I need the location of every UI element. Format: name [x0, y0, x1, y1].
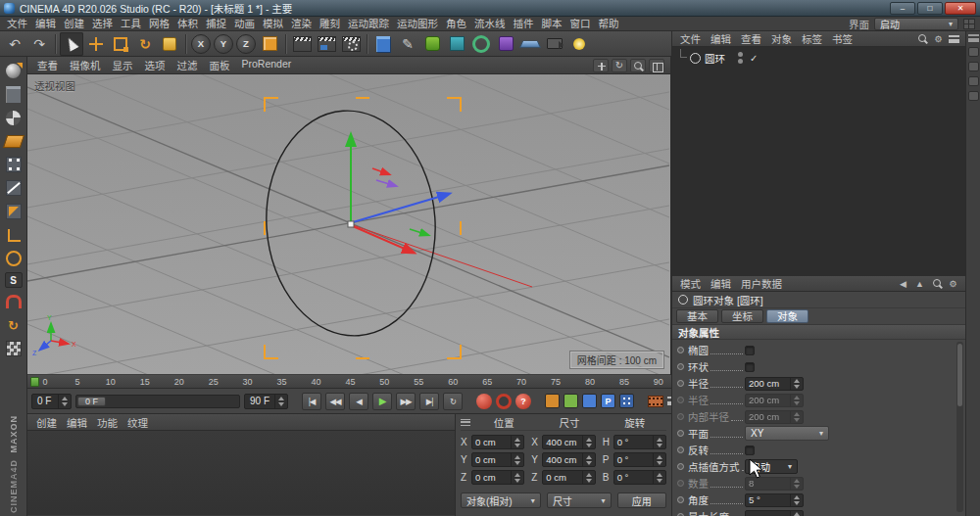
material-list-area[interactable]	[27, 431, 455, 515]
position-y-field[interactable]: 0 cm	[471, 452, 524, 467]
tab-coordinates[interactable]: 坐标	[721, 309, 763, 323]
material-menu-item[interactable]: 纹理	[122, 415, 153, 430]
render-view-icon[interactable]	[290, 32, 314, 56]
spinner-arrows-icon[interactable]	[511, 453, 523, 466]
object-row[interactable]: 圆环 ✓	[672, 50, 965, 66]
spinner-arrows-icon[interactable]	[274, 395, 287, 408]
history-back-icon[interactable]: ◀	[897, 277, 909, 290]
previous-key-button[interactable]: ◀◀	[325, 393, 345, 410]
plane-dropdown[interactable]: XY▾	[745, 426, 829, 441]
spinner-arrows-icon[interactable]	[582, 436, 595, 448]
end-frame-field[interactable]: 90 F	[244, 394, 288, 409]
timeline-tick[interactable]: 25	[209, 377, 219, 387]
apply-button[interactable]: 应用	[617, 493, 666, 508]
visibility-dots-icon[interactable]	[737, 51, 744, 65]
radius-field[interactable]: 200 cm	[745, 377, 804, 391]
attribute-menu-item[interactable]: 用户数据	[736, 276, 787, 291]
current-frame-field[interactable]: 0 F	[31, 394, 72, 409]
viewport-3d-scene[interactable]: Y X Z	[27, 74, 669, 374]
dock-panel-icon[interactable]	[968, 91, 979, 101]
record-position-icon[interactable]	[545, 394, 560, 408]
workplane-mode-icon[interactable]	[3, 131, 24, 151]
object-manager-menu-item[interactable]: 标签	[797, 31, 827, 46]
position-x-field[interactable]: 0 cm	[471, 435, 524, 449]
autokey-icon[interactable]	[496, 394, 512, 409]
spinner-arrows-icon[interactable]	[653, 453, 665, 466]
light-icon[interactable]	[567, 32, 591, 56]
position-z-field[interactable]: 0 cm	[471, 470, 524, 485]
timeline-tick[interactable]: 50	[379, 377, 389, 387]
menu-item[interactable]: 网格	[145, 17, 173, 30]
minimize-button[interactable]: –	[890, 2, 915, 15]
timeline-tick[interactable]: 65	[482, 377, 492, 387]
viewport-menu-item[interactable]: 过滤	[172, 58, 204, 72]
timeline-tick[interactable]: 5	[74, 377, 81, 387]
timeline-tick[interactable]: 15	[140, 377, 150, 387]
keyframe-dot-icon[interactable]	[677, 480, 684, 487]
object-manager-menu-item[interactable]: 文件	[675, 31, 706, 46]
scale-tool-icon[interactable]	[109, 32, 132, 56]
snap-settings-magnet-icon[interactable]	[3, 292, 24, 311]
rotation-h-field[interactable]: 0 °	[613, 435, 666, 449]
keyframe-dot-icon[interactable]	[677, 397, 684, 403]
viewport-canvas[interactable]: Y X Z 透视视图 网格间距 : 100 cm	[27, 74, 670, 374]
viewport-menu-item[interactable]: 面板	[204, 58, 236, 72]
viewport-menu-item[interactable]: 显示	[107, 58, 139, 72]
spinner-arrows-icon[interactable]	[790, 378, 803, 390]
spinner-arrows-icon[interactable]	[582, 471, 595, 484]
interpolation-dropdown[interactable]: 自动▾	[745, 459, 798, 474]
filter-icon[interactable]: ⚙	[932, 32, 945, 45]
model-mode-icon[interactable]	[3, 84, 24, 104]
object-name[interactable]: 圆环	[705, 51, 725, 66]
loop-button[interactable]: ↻	[443, 393, 463, 410]
size-x-field[interactable]: 400 cm	[542, 435, 595, 449]
menu-item[interactable]: 模拟	[259, 17, 287, 30]
search-icon[interactable]	[930, 277, 943, 290]
timeline-tick[interactable]: 30	[243, 377, 253, 387]
timeline-tick[interactable]: 55	[414, 377, 423, 387]
pan-view-icon[interactable]	[593, 59, 609, 72]
play-button[interactable]: ▶	[372, 393, 392, 410]
menu-item[interactable]: 脚本	[538, 17, 566, 30]
record-parameter-icon[interactable]: P	[601, 394, 615, 408]
keyframe-dot-icon[interactable]	[677, 380, 684, 387]
previous-frame-button[interactable]: ◀	[349, 393, 368, 410]
rotation-b-field[interactable]: 0 °	[613, 470, 666, 485]
dock-panel-icon[interactable]	[968, 76, 979, 86]
scrollbar-thumb[interactable]	[957, 344, 962, 406]
size-z-field[interactable]: 0 cm	[542, 470, 595, 485]
zoom-view-icon[interactable]	[630, 59, 646, 72]
orbit-view-icon[interactable]: ↻	[612, 59, 627, 72]
spinner-arrows-icon[interactable]	[511, 471, 523, 484]
coordinate-mode-dropdown[interactable]: 对象(相对) ▾	[461, 493, 541, 508]
field-torus-icon[interactable]	[469, 32, 493, 56]
keyframe-dot-icon[interactable]	[677, 347, 684, 353]
rotation-p-field[interactable]: 0 °	[613, 452, 666, 467]
undo-icon[interactable]: ↶	[3, 32, 26, 56]
attribute-menu-item[interactable]: 模式	[675, 276, 706, 291]
record-keyframe-icon[interactable]	[476, 394, 492, 409]
next-frame-button[interactable]: ▶▶	[396, 393, 416, 410]
menu-item[interactable]: 运动跟踪	[344, 17, 393, 30]
menu-item[interactable]: 工具	[117, 17, 145, 30]
viewport-solo-icon[interactable]	[3, 249, 24, 268]
timeline-range-slider[interactable]: 0 F	[75, 395, 240, 408]
settings-gear-icon[interactable]: ⚙	[947, 277, 959, 290]
object-manager-menu-item[interactable]: 对象	[766, 31, 797, 46]
coordinate-system-icon[interactable]	[258, 32, 281, 56]
floor-environment-icon[interactable]	[518, 32, 542, 56]
size-mode-dropdown[interactable]: 尺寸 ▾	[547, 493, 612, 508]
menu-item[interactable]: 编辑	[31, 17, 60, 30]
record-rotation-icon[interactable]	[582, 394, 597, 408]
deformer-icon[interactable]	[494, 32, 517, 56]
make-editable-icon[interactable]	[3, 61, 24, 80]
subdivision-surface-icon[interactable]	[420, 32, 444, 56]
material-menu-item[interactable]: 创建	[31, 415, 62, 430]
last-used-tool-icon[interactable]	[158, 32, 181, 56]
menu-item[interactable]: 帮助	[595, 17, 623, 30]
spinner-arrows-icon[interactable]	[790, 511, 803, 516]
viewport-menu-item[interactable]: 查看	[31, 58, 64, 72]
timeline-tick[interactable]: 80	[585, 377, 595, 387]
go-to-start-button[interactable]: |◀	[302, 393, 321, 410]
tab-object[interactable]: 对象	[766, 309, 808, 323]
